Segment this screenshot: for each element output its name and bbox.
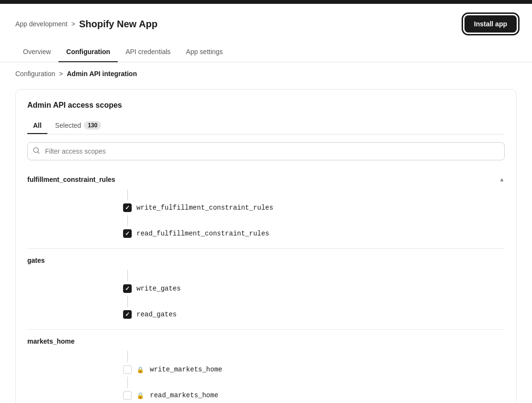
divider-line [127,215,128,226]
scope-tab-all[interactable]: All [27,118,47,134]
main-tabs: Overview Configuration API credentials A… [0,42,532,62]
card-title: Admin API access scopes [27,101,505,110]
lock-icon: 🔒 [136,392,144,399]
scope-group-name-fulfillment: fulfillment_constraint_rules [27,176,115,183]
search-icon [33,147,40,156]
checkbox-read-fulfillment[interactable]: ✓ [123,229,132,238]
checkbox-write-markets-home[interactable] [123,365,132,374]
checkmark-icon: ✓ [125,285,130,292]
checkmark-icon: ✓ [125,204,130,211]
tab-configuration[interactable]: Configuration [58,42,118,62]
scope-item-label: write_markets_home [150,366,222,373]
scope-list: fulfillment_constraint_rules ▲ ✓ write_f… [27,168,505,403]
checkmark-icon: ✓ [125,230,130,237]
scope-tab-selected[interactable]: Selected 130 [49,117,107,134]
scope-group-header-fulfillment: fulfillment_constraint_rules ▲ [27,168,505,187]
scope-item-label: read_gates [136,311,177,318]
scope-item: 🔒 write_markets_home [27,362,505,377]
checkbox-write-fulfillment[interactable]: ✓ [123,203,132,212]
scope-item: ✓ write_gates [27,281,505,296]
install-app-button[interactable]: Install app [464,15,517,33]
scope-group-header-markets-home: markets_home [27,330,505,349]
scope-group-name-markets-home: markets_home [27,337,75,345]
scope-group-markets-home: markets_home 🔒 write_markets_home 🔒 [27,330,505,403]
tab-app-settings[interactable]: App settings [178,42,230,62]
scope-group-fulfillment: fulfillment_constraint_rules ▲ ✓ write_f… [27,168,505,249]
sub-breadcrumb-separator: > [59,70,63,78]
breadcrumb: App development > Shopify New App [15,19,158,30]
scope-item-label: read_fulfillment_constraint_rules [136,230,269,237]
scope-items-gates: ✓ write_gates ✓ read_gates [27,268,505,329]
sub-breadcrumb: Configuration > Admin API integration [0,62,532,85]
scope-item: 🔒 read_markets_home [27,388,505,403]
scope-item-label: write_fulfillment_constraint_rules [136,204,273,212]
breadcrumb-separator: > [71,20,75,28]
scope-tab-selected-label: Selected [55,122,81,129]
divider-line [127,296,128,307]
scope-items-fulfillment: ✓ write_fulfillment_constraint_rules ✓ r… [27,187,505,248]
page-title: Shopify New App [79,19,158,30]
divider-line [127,270,128,281]
tab-api-credentials[interactable]: API credentials [118,42,178,62]
sub-breadcrumb-link[interactable]: Configuration [15,70,55,78]
main-content: Admin API access scopes All Selected 130 [0,85,532,403]
scope-group-header-gates: gates [27,249,505,268]
checkbox-read-gates[interactable]: ✓ [123,310,132,319]
checkmark-icon: ✓ [125,311,130,318]
lock-icon: 🔒 [136,366,144,373]
scope-item: ✓ read_gates [27,307,505,322]
search-input[interactable] [27,142,505,160]
divider-line [127,377,128,388]
top-bar [0,0,532,4]
divider-line [127,189,128,201]
scope-tabs: All Selected 130 [27,117,505,134]
tab-overview[interactable]: Overview [15,42,58,62]
selected-count-badge: 130 [84,121,101,130]
scope-group-gates: gates ✓ write_gates ✓ [27,249,505,330]
svg-line-1 [38,152,39,154]
scope-tab-all-label: All [33,122,42,129]
scope-item: ✓ read_fulfillment_constraint_rules [27,226,505,241]
scope-item: ✓ write_fulfillment_constraint_rules [27,201,505,215]
breadcrumb-link[interactable]: App development [15,20,68,28]
scope-items-markets-home: 🔒 write_markets_home 🔒 read_markets_home [27,349,505,403]
search-container [27,142,505,160]
sub-breadcrumb-current: Admin API integration [67,70,136,78]
scope-group-toggle-fulfillment[interactable]: ▲ [499,176,505,183]
checkbox-write-gates[interactable]: ✓ [123,284,132,293]
scope-item-label: write_gates [136,285,181,292]
api-access-scopes-card: Admin API access scopes All Selected 130 [15,89,517,403]
scope-group-name-gates: gates [27,257,45,264]
divider-line [127,351,128,362]
header: App development > Shopify New App Instal… [0,4,532,33]
scope-item-label: read_markets_home [150,392,218,399]
checkbox-read-markets-home[interactable] [123,391,132,400]
